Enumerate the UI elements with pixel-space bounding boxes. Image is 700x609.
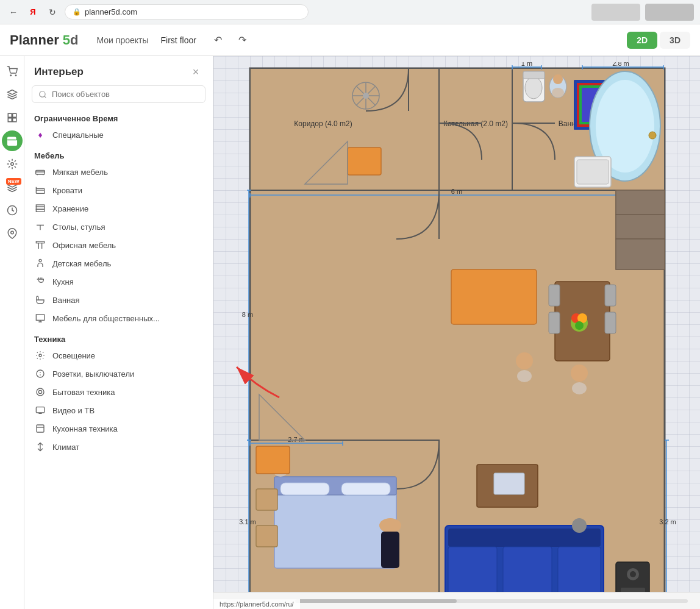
kids-icon <box>34 258 46 268</box>
header-actions: ↶ ↷ <box>209 30 252 50</box>
svg-rect-138 <box>503 547 552 596</box>
yandex-logo: Я <box>26 5 40 20</box>
search-input[interactable] <box>52 90 199 99</box>
item-tv[interactable]: Видео и ТВ <box>32 401 205 419</box>
svg-point-25 <box>37 388 44 396</box>
item-kids-label: Детская мебель <box>52 259 111 268</box>
item-appliances[interactable]: Бытовая техника <box>32 383 205 401</box>
location-icon[interactable] <box>2 223 23 244</box>
kitchen-icon <box>34 277 46 287</box>
item-bathroom-label: Ванная <box>52 296 80 305</box>
sofa-icon <box>34 167 46 177</box>
section-tech-header: Техника <box>32 330 205 346</box>
item-special[interactable]: ♦ Специальные <box>32 126 205 144</box>
profile-area <box>591 4 694 21</box>
svg-rect-139 <box>558 547 601 596</box>
item-public-label: Мебель для общественных... <box>52 314 160 323</box>
item-sockets[interactable]: Розетки, выключатели <box>32 365 205 383</box>
canvas-area[interactable]: 2.8 m 1 m 6 m 8 m 2.7 m 3 <box>213 56 700 609</box>
svg-point-26 <box>38 390 41 393</box>
svg-rect-15 <box>36 209 44 212</box>
floor-name[interactable]: First floor <box>155 32 202 49</box>
svg-point-9 <box>10 231 13 234</box>
layers-icon[interactable] <box>2 84 23 105</box>
svg-rect-127 <box>256 525 277 547</box>
item-beds[interactable]: Кровати <box>32 181 205 199</box>
section-furniture-header: Мебель <box>32 146 205 163</box>
svg-rect-20 <box>36 315 44 320</box>
item-soft-furniture[interactable]: Мягкая мебель <box>32 163 205 181</box>
new-badge: NEW <box>6 178 21 185</box>
item-appliances-label: Бытовая техника <box>52 388 115 397</box>
item-climate[interactable]: Климат <box>32 438 205 456</box>
svg-rect-137 <box>448 547 497 596</box>
svg-rect-87 <box>523 71 545 79</box>
undo-button[interactable]: ↶ <box>209 30 228 50</box>
table-icon <box>34 222 46 232</box>
svg-rect-18 <box>36 241 44 243</box>
item-kitchen[interactable]: Кухня <box>32 272 205 291</box>
interior-icon[interactable] <box>2 130 23 151</box>
cart-icon[interactable] <box>2 61 23 82</box>
main-layout: NEW Интерьер × <box>0 56 700 609</box>
address-bar[interactable]: 🔒 planner5d.com <box>65 4 309 20</box>
sidebar-title: Интерьер <box>34 66 84 78</box>
item-kitchen-tech[interactable]: Кухонная техника <box>32 419 205 438</box>
svg-rect-115 <box>616 190 665 215</box>
item-special-label: Специальные <box>52 130 104 140</box>
view-3d-button[interactable]: 3D <box>660 32 690 49</box>
item-tables[interactable]: Столы, стулья <box>32 218 205 236</box>
profile-btn-2[interactable] <box>645 4 694 21</box>
svg-point-89 <box>553 74 563 84</box>
item-soft-label: Мягкая мебель <box>52 168 108 177</box>
item-storage[interactable]: Хранение <box>32 199 205 218</box>
sidebar-scroll: Ограниченное Время ♦ Специальные Мебель … <box>24 109 213 609</box>
sidebar-close-button[interactable]: × <box>188 65 203 79</box>
redo-button[interactable]: ↷ <box>233 30 252 50</box>
sidebar-panel: Интерьер × Ограниченное Время ♦ Специаль… <box>24 56 213 609</box>
item-office[interactable]: Офисная мебель <box>32 236 205 254</box>
svg-point-113 <box>575 321 584 330</box>
decor-icon[interactable] <box>2 154 23 174</box>
svg-rect-141 <box>494 473 524 494</box>
refresh-button[interactable]: ↻ <box>45 5 60 20</box>
kitchen-tech-icon <box>34 424 46 433</box>
item-kitchen-tech-label: Кухонная техника <box>52 424 118 433</box>
search-box <box>32 85 205 103</box>
svg-rect-27 <box>36 407 44 413</box>
svg-point-19 <box>39 259 41 262</box>
back-button[interactable]: ← <box>6 5 21 20</box>
item-kids[interactable]: Детская мебель <box>32 254 205 272</box>
logo-5: 5 <box>63 32 70 48</box>
item-bathroom[interactable]: Ванная <box>32 291 205 309</box>
url-text: planner5d.com <box>85 7 137 16</box>
status-url: https://planner5d.com/ru/ <box>220 600 294 608</box>
svg-marker-2 <box>7 90 16 95</box>
svg-rect-28 <box>37 425 44 432</box>
svg-point-1 <box>15 75 16 76</box>
profile-btn-1[interactable] <box>591 4 640 21</box>
svg-rect-124 <box>280 483 329 495</box>
left-toolbar: NEW <box>0 56 24 609</box>
item-lighting[interactable]: Освещение <box>32 346 205 365</box>
new-icon[interactable]: NEW <box>2 177 23 198</box>
svg-point-108 <box>571 365 588 382</box>
tv-icon <box>34 405 46 415</box>
svg-text:2.8 m: 2.8 m <box>612 62 629 67</box>
climate-icon <box>34 442 46 452</box>
section-limited-header: Ограниченное Время <box>32 109 205 126</box>
item-storage-label: Хранение <box>52 204 88 213</box>
my-projects-link[interactable]: Мои проекты <box>91 32 155 49</box>
item-public[interactable]: Мебель для общественных... <box>32 309 205 327</box>
svg-rect-83 <box>348 148 381 175</box>
svg-point-107 <box>517 370 532 382</box>
floor-plan[interactable]: 2.8 m 1 m 6 m 8 m 2.7 m 3 <box>226 62 689 609</box>
clock-icon[interactable] <box>2 200 23 221</box>
item-office-label: Офисная мебель <box>52 241 116 250</box>
svg-text:3.1 m: 3.1 m <box>239 518 256 525</box>
svg-point-10 <box>40 91 45 96</box>
floor-icon[interactable] <box>2 107 23 128</box>
svg-rect-117 <box>616 239 665 269</box>
view-2d-button[interactable]: 2D <box>627 32 657 49</box>
socket-icon <box>34 369 46 379</box>
